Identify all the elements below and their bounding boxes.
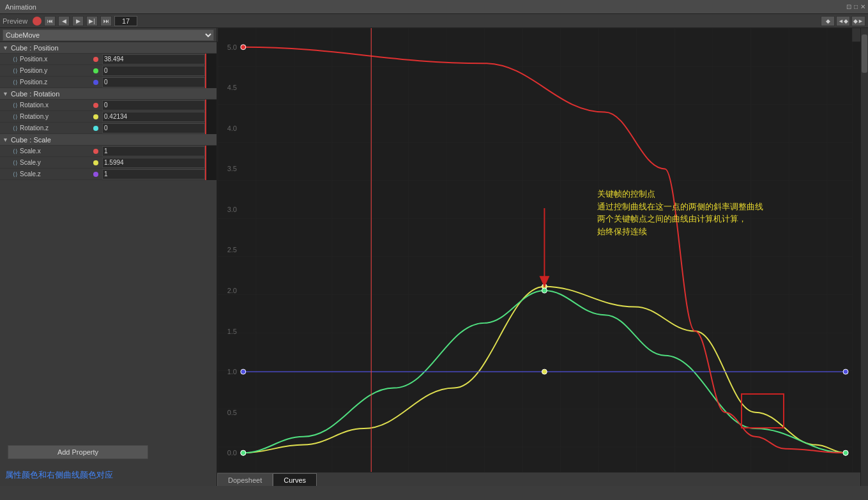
prop-color-dot-0-1 — [93, 68, 98, 73]
maximize-btn[interactable]: □ — [854, 3, 858, 10]
svg-text:5.0: 5.0 — [227, 43, 237, 51]
frame-number-input[interactable] — [114, 16, 137, 26]
prop-row-0-1: ⟨⟩ Position.y — [0, 65, 217, 77]
tab-curves[interactable]: Curves — [273, 473, 317, 486]
prop-value-input-2-2[interactable] — [102, 169, 205, 179]
prop-name-2-2: ⟨⟩ Scale.z — [0, 170, 89, 178]
prop-icon-1-2: ⟨⟩ — [13, 125, 18, 132]
prop-color-dot-0-2 — [93, 80, 98, 85]
svg-text:3.5: 3.5 — [227, 165, 237, 172]
prop-label-2-1: Scale.y — [20, 159, 41, 166]
left-panel: CubeMove ▼Cube : Position ⟨⟩ Position.x … — [0, 28, 217, 486]
prop-label-1-1: Rotation.y — [20, 113, 49, 120]
prop-label-0-2: Position.z — [20, 79, 47, 86]
next-keyframe-btn[interactable]: ◆► — [851, 16, 865, 26]
keyframe-strip-2-0 — [205, 146, 217, 157]
prop-label-2-0: Scale.x — [20, 148, 41, 155]
keyframe-strip-2-1 — [205, 157, 217, 169]
prop-value-input-1-1[interactable] — [102, 112, 205, 122]
prop-label-1-2: Rotation.z — [20, 125, 49, 132]
toolbar: Preview ⏮ ◀ ▶ ▶| ⏭ ◆ ◄◆ ◆► — [0, 14, 868, 28]
nav-play[interactable]: ▶ — [72, 16, 84, 26]
svg-text:4.5: 4.5 — [227, 84, 237, 91]
svg-rect-63 — [218, 28, 852, 472]
curves-area[interactable]: 5.04.54.03.53.02.52.01.51.00.50.0 关键帧的控制… — [217, 28, 853, 472]
prop-color-dot-1-0 — [93, 103, 98, 108]
add-keyframe-btn[interactable]: ◆ — [821, 16, 835, 26]
prop-row-2-2: ⟨⟩ Scale.z — [0, 169, 217, 180]
prop-label-1-0: Rotation.x — [20, 102, 49, 109]
main-layout: CubeMove ▼Cube : Position ⟨⟩ Position.x … — [0, 28, 868, 486]
keyframe-strip-1-1 — [205, 111, 217, 123]
right-scrollbar[interactable] — [860, 28, 868, 486]
keyframe-strip-1-0 — [205, 100, 217, 111]
scrollbar-thumb[interactable] — [862, 34, 867, 73]
prop-name-1-1: ⟨⟩ Rotation.y — [0, 113, 89, 120]
prop-name-0-1: ⟨⟩ Position.y — [0, 67, 89, 74]
keyframe-strip-2-2 — [205, 169, 217, 180]
svg-text:3.0: 3.0 — [227, 206, 237, 213]
prop-icon-2-0: ⟨⟩ — [13, 148, 18, 155]
prop-row-0-2: ⟨⟩ Position.z — [0, 77, 217, 88]
prop-row-1-2: ⟨⟩ Rotation.z — [0, 123, 217, 134]
prop-row-1-1: ⟨⟩ Rotation.y — [0, 111, 217, 123]
add-property-button[interactable]: Add Property — [8, 445, 148, 459]
nav-prev[interactable]: ◀ — [58, 16, 70, 26]
svg-point-78 — [241, 450, 246, 455]
svg-point-81 — [542, 288, 547, 293]
prop-color-dot-2-0 — [93, 149, 98, 154]
svg-text:1.0: 1.0 — [227, 368, 237, 375]
tab-dopesheet[interactable]: Dopesheet — [217, 473, 273, 486]
svg-text:2.5: 2.5 — [227, 246, 237, 254]
prop-row-0-0: ⟨⟩ Position.x — [0, 54, 217, 65]
prop-value-input-0-0[interactable] — [102, 54, 205, 64]
prop-name-1-0: ⟨⟩ Rotation.x — [0, 102, 89, 109]
group-name-1: Cube : Rotation — [11, 90, 59, 98]
group-header-1[interactable]: ▼Cube : Rotation — [0, 88, 217, 100]
close-btn[interactable]: ✕ — [860, 3, 865, 10]
group-name-0: Cube : Position — [11, 44, 59, 52]
prev-keyframe-btn[interactable]: ◄◆ — [836, 16, 850, 26]
bottom-tabs: Dopesheet Curves — [217, 472, 860, 486]
svg-point-85 — [241, 369, 246, 374]
properties-list: ▼Cube : Position ⟨⟩ Position.x ⟨⟩ Positi… — [0, 42, 217, 440]
svg-text:0.0: 0.0 — [227, 449, 237, 457]
group-header-2[interactable]: ▼Cube : Scale — [0, 134, 217, 146]
nav-last[interactable]: ⏭ — [100, 16, 112, 26]
svg-text:1.5: 1.5 — [227, 328, 237, 335]
prop-color-dot-2-1 — [93, 160, 98, 165]
prop-name-0-2: ⟨⟩ Position.z — [0, 79, 89, 86]
nav-first[interactable]: ⏮ — [44, 16, 56, 26]
prop-value-input-0-2[interactable] — [102, 77, 205, 87]
prop-label-2-2: Scale.z — [20, 170, 41, 178]
prop-icon-0-1: ⟨⟩ — [13, 68, 18, 74]
prop-value-input-1-0[interactable] — [102, 100, 205, 110]
prop-icon-2-1: ⟨⟩ — [13, 160, 18, 166]
right-panel: /* rendered by JS below */ 0:000:050:100… — [217, 28, 860, 486]
curves-svg: 5.04.54.03.53.02.52.01.51.00.50.0 — [217, 28, 853, 472]
prop-color-dot-1-1 — [93, 114, 98, 119]
window-controls[interactable]: ⊡ □ ✕ — [846, 3, 865, 10]
prop-color-dot-0-0 — [93, 57, 98, 62]
clip-dropdown[interactable]: CubeMove — [3, 29, 214, 41]
group-header-0[interactable]: ▼Cube : Position — [0, 42, 217, 54]
minimize-btn[interactable]: ⊡ — [846, 3, 851, 10]
prop-value-input-1-2[interactable] — [102, 123, 205, 133]
svg-point-79 — [241, 45, 246, 50]
record-button[interactable] — [33, 17, 42, 26]
prop-value-input-2-1[interactable] — [102, 158, 205, 168]
prop-value-input-0-1[interactable] — [102, 66, 205, 76]
prop-name-2-0: ⟨⟩ Scale.x — [0, 148, 89, 155]
window-title: Animation — [5, 3, 36, 11]
prop-color-dot-1-2 — [93, 126, 98, 131]
prop-row-1-0: ⟨⟩ Rotation.x — [0, 100, 217, 111]
nav-next-frame[interactable]: ▶| — [86, 16, 98, 26]
svg-text:4.0: 4.0 — [227, 125, 237, 132]
prop-icon-0-0: ⟨⟩ — [13, 56, 18, 63]
prop-color-dot-area-2-0 — [89, 149, 102, 154]
svg-text:0.5: 0.5 — [227, 409, 237, 416]
group-name-2: Cube : Scale — [11, 136, 51, 144]
prop-color-dot-area-1-2 — [89, 126, 102, 131]
prop-value-input-2-0[interactable] — [102, 146, 205, 156]
keyframe-strip-0-0 — [205, 54, 217, 65]
